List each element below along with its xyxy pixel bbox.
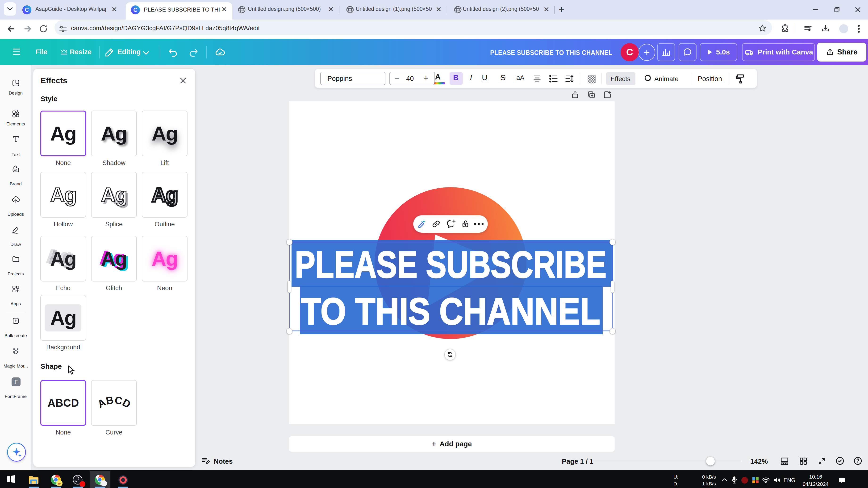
svg-text:ABCD: ABCD	[96, 394, 132, 410]
svg-text:C: C	[25, 7, 29, 13]
svg-text:C: C	[133, 7, 137, 13]
svg-text:co: co	[14, 168, 18, 171]
